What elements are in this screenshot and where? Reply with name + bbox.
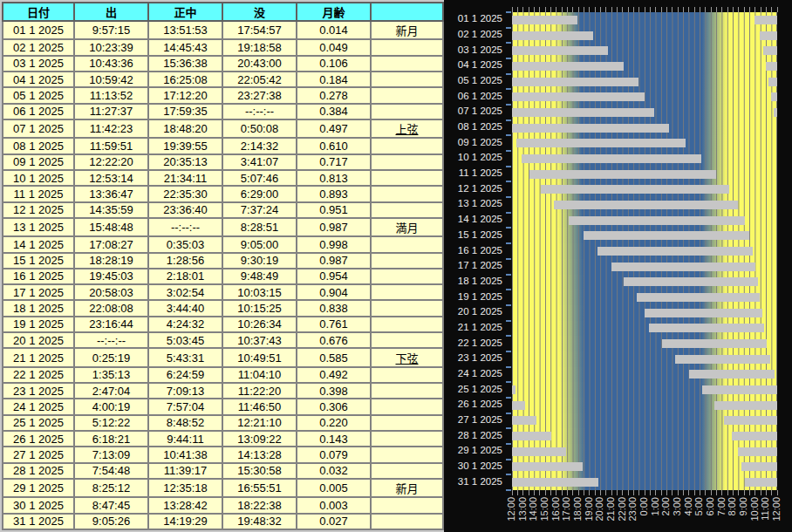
y-axis-date-label: 29 1 2025 bbox=[441, 445, 502, 455]
y-tick bbox=[506, 212, 511, 214]
rise-cell: 0:25:19 bbox=[74, 348, 148, 366]
date-cell: 16 1 2025 bbox=[3, 269, 74, 284]
moon-visibility-bar bbox=[512, 124, 669, 133]
set-cell: 13:09:22 bbox=[222, 431, 297, 447]
x-tick-top bbox=[688, 7, 689, 12]
x-tick-bottom bbox=[567, 490, 568, 495]
rise-cell: 13:36:47 bbox=[74, 186, 148, 201]
transit-cell: 18:48:20 bbox=[148, 119, 222, 138]
set-cell: 6:29:00 bbox=[222, 186, 297, 201]
rise-cell: 7:13:09 bbox=[74, 447, 148, 462]
phase-cell: 上弦 bbox=[371, 119, 443, 138]
phase-cell: 新月 bbox=[371, 479, 443, 497]
age-cell: 0.717 bbox=[297, 154, 371, 170]
transit-cell: 13:51:53 bbox=[148, 21, 222, 39]
rise-cell: 11:13:52 bbox=[74, 87, 148, 103]
phase-cell bbox=[371, 399, 443, 414]
x-tick-bottom bbox=[584, 490, 584, 495]
x-tick-bottom bbox=[650, 490, 651, 495]
column-header-phase bbox=[371, 3, 443, 21]
x-tick-bottom bbox=[517, 490, 518, 495]
y-tick bbox=[506, 335, 511, 337]
table-row: 16 1 202519:45:032:18:019:48:490.954 bbox=[3, 269, 443, 284]
transit-cell: 9:44:11 bbox=[148, 431, 222, 447]
transit-cell: 5:43:31 bbox=[148, 348, 222, 366]
age-cell: 0.813 bbox=[297, 170, 371, 186]
set-cell: 15:30:58 bbox=[222, 463, 297, 479]
phase-cell bbox=[371, 383, 443, 399]
x-axis-time-label: 12:00 bbox=[506, 497, 517, 522]
date-cell: 02 1 2025 bbox=[3, 39, 74, 55]
x-axis-time-label: 11:00 bbox=[760, 497, 771, 521]
x-tick-top bbox=[512, 7, 513, 12]
phase-cell bbox=[371, 447, 443, 462]
transit-cell: 23:36:40 bbox=[148, 202, 222, 218]
x-tick-bottom bbox=[666, 490, 667, 495]
rise-cell: 23:16:44 bbox=[74, 317, 148, 332]
y-tick bbox=[506, 304, 511, 306]
y-axis-date-label: 17 1 2025 bbox=[441, 260, 502, 270]
x-axis-time-label: 16:00 bbox=[550, 497, 562, 522]
x-tick-bottom bbox=[611, 490, 612, 495]
set-cell: --:--:-- bbox=[222, 104, 297, 119]
table-row: 20 1 2025--:--:--5:03:4510:37:430.676 bbox=[3, 332, 443, 348]
transit-cell: 1:28:56 bbox=[148, 253, 222, 269]
y-tick bbox=[506, 58, 511, 59]
moon-visibility-bar bbox=[724, 416, 777, 425]
x-tick-top bbox=[605, 7, 606, 12]
date-cell: 26 1 2025 bbox=[3, 431, 74, 447]
date-cell: 08 1 2025 bbox=[3, 138, 74, 153]
set-cell: 11:46:50 bbox=[222, 399, 297, 414]
x-tick-bottom bbox=[766, 490, 767, 495]
y-tick bbox=[506, 397, 511, 399]
x-tick-top bbox=[733, 7, 734, 12]
transit-cell: 17:59:35 bbox=[148, 104, 222, 119]
x-tick-bottom bbox=[777, 490, 778, 495]
x-tick-top bbox=[754, 7, 755, 12]
transit-cell: 14:19:29 bbox=[148, 514, 222, 529]
set-cell: 9:05:00 bbox=[222, 236, 297, 252]
y-axis-date-label: 16 1 2025 bbox=[441, 245, 502, 256]
x-tick-bottom bbox=[711, 490, 712, 495]
table-row: 28 1 20257:54:4811:39:1715:30:580.032 bbox=[3, 463, 443, 479]
phase-cell bbox=[371, 236, 443, 252]
x-tick-top bbox=[678, 7, 679, 12]
rise-cell: 22:08:08 bbox=[74, 300, 148, 316]
x-tick-bottom bbox=[545, 490, 546, 495]
x-tick-top bbox=[611, 7, 612, 12]
x-tick-top bbox=[777, 7, 778, 12]
y-axis-date-label: 26 1 2025 bbox=[441, 399, 502, 409]
moon-visibility-bar bbox=[512, 78, 638, 86]
moon-visibility-bar bbox=[512, 401, 525, 410]
rise-cell: 18:28:19 bbox=[74, 253, 148, 269]
date-cell: 27 1 2025 bbox=[3, 447, 74, 462]
y-tick bbox=[506, 88, 511, 90]
age-cell: 0.893 bbox=[297, 186, 371, 201]
x-tick-bottom bbox=[550, 490, 551, 495]
table-row: 08 1 202511:59:5119:39:552:14:320.610 bbox=[3, 138, 443, 153]
x-tick-bottom bbox=[512, 490, 513, 495]
x-tick-bottom bbox=[645, 490, 645, 495]
x-tick-top bbox=[749, 7, 750, 12]
x-tick-bottom bbox=[638, 490, 639, 495]
x-tick-top bbox=[617, 7, 618, 12]
y-tick bbox=[506, 27, 511, 29]
phase-cell bbox=[371, 415, 443, 431]
phase-cell bbox=[371, 284, 443, 300]
column-header-date: 日付 bbox=[3, 3, 74, 21]
x-axis-time-label: 10:00 bbox=[749, 497, 761, 522]
x-tick-bottom bbox=[733, 490, 734, 495]
table-body: 01 1 20259:57:1513:51:5317:54:570.014新月0… bbox=[3, 21, 443, 529]
y-axis-date-label: 03 1 2025 bbox=[441, 44, 502, 55]
table-row: 25 1 20255:12:228:48:5212:21:100.220 bbox=[3, 415, 443, 431]
x-tick-bottom bbox=[655, 490, 656, 495]
x-tick-bottom bbox=[556, 490, 556, 495]
moon-visibility-bar bbox=[512, 31, 593, 40]
transit-cell: 12:35:18 bbox=[148, 479, 222, 497]
set-cell: 0:50:08 bbox=[222, 119, 297, 138]
phase-cell bbox=[371, 87, 443, 103]
x-tick-bottom bbox=[522, 490, 523, 495]
y-tick bbox=[506, 150, 511, 152]
phase-cell bbox=[371, 72, 443, 87]
x-tick-top bbox=[771, 7, 772, 12]
